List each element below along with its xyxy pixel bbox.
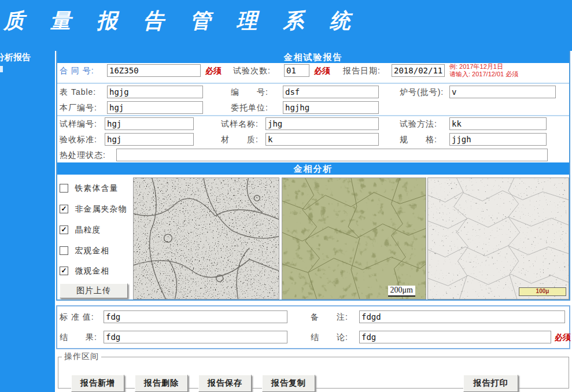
divider (57, 83, 569, 84)
heat-treatment-input[interactable] (116, 149, 548, 161)
client-unit-label: 委托单位: (231, 103, 268, 113)
sample-no-label: 试样编号: (60, 119, 97, 130)
app-window: 质 量 报 告 管 理 系 统 分析报告 金相试验报告 合 同 号: 必须 试验… (0, 0, 572, 392)
sample-no-input[interactable] (105, 117, 194, 130)
action-area-legend: 操作区间 (62, 352, 101, 362)
serial-no-input[interactable] (283, 86, 379, 98)
analysis-section-bar: 金相分析 (57, 162, 569, 175)
remark-label: 备 注: (311, 312, 348, 323)
contract-no-input[interactable] (107, 64, 201, 77)
sidebar-item-analysis-report[interactable]: 分析报告 (0, 52, 31, 63)
standard-value-input[interactable] (104, 310, 287, 323)
summary-section: 标 准 值: 备 注: 结 果: 结 论: 必须 (56, 305, 570, 349)
checkbox-label: 晶粒度 (75, 225, 101, 235)
checkbox-icon[interactable] (60, 184, 68, 193)
result-input[interactable] (104, 331, 287, 343)
material-input[interactable] (265, 133, 379, 146)
report-delete-button[interactable]: 报告删除 (135, 375, 188, 392)
analysis-checkbox-0[interactable]: 铁素体含量 (60, 183, 118, 192)
checkbox-icon[interactable] (60, 246, 68, 255)
spec-label: 规 格: (400, 135, 437, 145)
date-format-hint: 例: 2017年12月1日 请输入: 2017/12/01 必须 (449, 63, 518, 78)
standard-value-label: 标 准 值: (60, 312, 94, 323)
scale-bar-label: 100μ (519, 287, 566, 296)
test-count-label: 试验次数: (233, 66, 271, 76)
client-unit-input[interactable] (283, 101, 379, 114)
contract-no-label: 合 同 号: (60, 66, 94, 76)
sidebar: 分析报告 (0, 51, 55, 392)
analysis-checkbox-1[interactable]: ✓ 非金属夹杂物 (60, 204, 127, 213)
result-label: 结 果: (60, 332, 97, 343)
test-count-required-badge: 必须 (314, 66, 330, 76)
factory-no-label: 本厂编号: (60, 103, 97, 113)
report-form: 金相试验报告 合 同 号: 必须 试验次数: 必须 报告日期: 例: 2017年… (56, 51, 570, 301)
app-title: 质 量 报 告 管 理 系 统 (3, 7, 360, 35)
action-area: 操作区间 报告新增 报告删除 报告保存 报告复制 报告打印 (58, 352, 569, 389)
checkbox-label: 宏观金相 (75, 246, 109, 256)
report-add-button[interactable]: 报告新增 (71, 375, 124, 392)
serial-no-label: 编 号: (231, 87, 268, 98)
micrograph-image-2: 200μm (282, 177, 426, 299)
analysis-checkbox-4[interactable]: ✓ 微观金相 (60, 265, 109, 275)
checkbox-icon[interactable]: ✓ (60, 205, 68, 213)
acceptance-std-label: 验收标准: (60, 135, 97, 145)
report-copy-button[interactable]: 报告复制 (262, 375, 315, 392)
checkbox-label: 非金属夹杂物 (75, 204, 127, 215)
checkbox-label: 微观金相 (75, 266, 109, 276)
table-input[interactable] (107, 86, 203, 98)
remark-input[interactable] (359, 310, 565, 323)
report-save-button[interactable]: 报告保存 (198, 375, 252, 392)
checkbox-icon[interactable]: ✓ (60, 267, 68, 275)
conclusion-required-badge: 必须 (555, 332, 571, 343)
sample-name-label: 试样名称: (221, 119, 259, 130)
heat-treatment-label: 热处理状态: (60, 150, 106, 161)
test-count-input[interactable] (284, 64, 309, 77)
form-title-bar: 金相试验报告 (57, 51, 569, 63)
factory-no-input[interactable] (107, 101, 203, 114)
sample-name-input[interactable] (265, 117, 379, 130)
contract-required-badge: 必须 (205, 66, 222, 76)
report-date-label: 报告日期: (343, 66, 381, 76)
micrograph-image-3: 100μ (427, 177, 569, 299)
micrograph-image-1 (133, 177, 279, 299)
report-date-input[interactable] (392, 64, 445, 77)
furnace-no-label: 炉号(批号): (400, 87, 444, 98)
acceptance-std-input[interactable] (105, 133, 194, 146)
date-hint-line1: 例: 2017年12月1日 (449, 63, 518, 71)
date-hint-line2: 请输入: 2017/12/01 必须 (449, 71, 518, 78)
top-banner: 质 量 报 告 管 理 系 统 (0, 0, 572, 51)
conclusion-label: 结 论: (311, 332, 348, 343)
table-label: 表 Table: (60, 87, 96, 98)
checkbox-label: 铁素体含量 (75, 183, 118, 194)
image-upload-button[interactable]: 图片上传 (60, 283, 128, 298)
report-print-button[interactable]: 报告打印 (463, 375, 518, 392)
material-label: 材 质: (221, 135, 259, 145)
conclusion-input[interactable] (359, 331, 551, 343)
analysis-checkbox-3[interactable]: 宏观金相 (60, 245, 109, 254)
spec-input[interactable] (449, 133, 547, 146)
furnace-no-input[interactable] (449, 86, 556, 98)
scale-bar-label: 200μm (388, 286, 415, 297)
analysis-checkbox-2[interactable]: ✓ 晶粒度 (60, 224, 101, 234)
test-method-label: 试验方法: (400, 119, 437, 130)
test-method-input[interactable] (449, 117, 547, 130)
divider (57, 115, 569, 116)
checkbox-icon[interactable]: ✓ (60, 225, 68, 234)
sidebar-clipped-text-fragment (0, 66, 3, 72)
